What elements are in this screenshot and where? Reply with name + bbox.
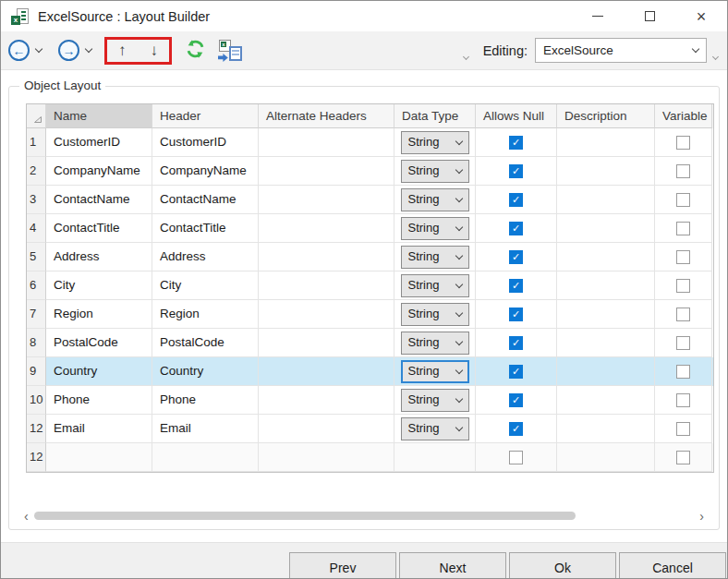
cell-variable[interactable] <box>655 128 712 157</box>
cell-alternate-headers[interactable] <box>259 300 394 329</box>
allows-null-checkbox[interactable]: ✓ <box>509 164 523 178</box>
variable-checkbox[interactable] <box>676 308 690 321</box>
allows-null-checkbox[interactable] <box>509 451 523 464</box>
refresh-button[interactable] <box>185 39 206 63</box>
cell-name[interactable]: CustomerID <box>46 128 152 157</box>
cell-variable[interactable] <box>655 214 712 243</box>
variable-checkbox[interactable] <box>676 250 690 264</box>
ok-button[interactable]: Ok <box>509 552 616 579</box>
row-number[interactable]: 1 <box>27 128 46 157</box>
cell-allows-null[interactable]: ✓ <box>476 157 557 186</box>
move-up-button[interactable]: ↑ <box>118 42 127 59</box>
cell-header[interactable]: Region <box>152 300 259 329</box>
cell-alternate-headers[interactable] <box>259 214 394 243</box>
back-button[interactable]: ← <box>8 40 30 61</box>
allows-null-checkbox[interactable]: ✓ <box>509 279 523 293</box>
cell-name[interactable]: ContactName <box>46 186 152 214</box>
variable-checkbox[interactable] <box>676 222 690 235</box>
cell-description[interactable] <box>557 214 655 243</box>
toolbar-overflow-chevron-icon[interactable] <box>712 54 719 60</box>
cell-allows-null[interactable]: ✓ <box>476 243 557 271</box>
cell-name[interactable]: ContactTitle <box>46 214 152 243</box>
cell-variable[interactable] <box>655 357 712 386</box>
cell-description[interactable] <box>557 329 655 357</box>
allows-null-checkbox[interactable]: ✓ <box>509 222 523 235</box>
row-number[interactable]: 6 <box>27 271 46 300</box>
cell-name[interactable]: CompanyName <box>46 157 152 186</box>
editing-combobox[interactable]: ExcelSource <box>535 38 707 63</box>
cell-allows-null[interactable]: ✓ <box>476 415 557 443</box>
move-down-button[interactable]: ↓ <box>151 42 159 59</box>
allows-null-checkbox[interactable]: ✓ <box>509 193 523 207</box>
table-row[interactable]: 4ContactTitleContactTitleString✓ <box>27 214 713 243</box>
data-type-dropdown[interactable]: String <box>401 389 469 412</box>
allows-null-checkbox[interactable]: ✓ <box>509 250 523 264</box>
next-button[interactable]: Next <box>399 552 506 579</box>
cell-name[interactable]: City <box>46 271 152 300</box>
cell-allows-null[interactable]: ✓ <box>476 329 557 357</box>
cell-description[interactable] <box>557 271 655 300</box>
row-number[interactable]: 12 <box>27 415 46 443</box>
table-row[interactable]: 5AddressAddressString✓ <box>27 243 713 271</box>
cell-name[interactable]: PostalCode <box>46 329 152 357</box>
cell-variable[interactable] <box>655 271 712 300</box>
forward-dropdown-chevron-icon[interactable] <box>85 45 92 53</box>
data-type-dropdown[interactable]: String <box>401 274 469 297</box>
cell-header[interactable]: CustomerID <box>152 128 259 157</box>
cell-name[interactable]: Address <box>46 243 152 271</box>
cell-data-type[interactable]: String <box>394 271 476 300</box>
variable-checkbox[interactable] <box>676 365 690 379</box>
cell-allows-null[interactable]: ✓ <box>476 386 557 415</box>
cell-header[interactable]: City <box>152 271 259 300</box>
select-all-corner-cell[interactable] <box>27 104 46 128</box>
cell-alternate-headers[interactable] <box>259 443 394 472</box>
cell-data-type[interactable]: String <box>394 128 476 157</box>
cell-allows-null[interactable]: ✓ <box>476 357 557 386</box>
cell-alternate-headers[interactable] <box>259 186 394 214</box>
table-row[interactable]: 12EmailEmailString✓ <box>27 415 713 443</box>
cell-data-type[interactable]: String <box>394 157 476 186</box>
cell-data-type[interactable] <box>394 443 476 472</box>
maximize-button[interactable] <box>624 1 675 31</box>
allows-null-checkbox[interactable]: ✓ <box>509 336 523 350</box>
cell-alternate-headers[interactable] <box>259 329 394 357</box>
data-type-dropdown[interactable]: String <box>401 417 469 440</box>
cell-name[interactable]: Email <box>46 415 152 443</box>
cell-alternate-headers[interactable] <box>259 128 394 157</box>
data-type-dropdown[interactable]: String <box>401 360 469 383</box>
cell-name[interactable]: Phone <box>46 386 152 415</box>
cell-description[interactable] <box>557 443 655 472</box>
variable-checkbox[interactable] <box>676 336 690 350</box>
allows-null-checkbox[interactable]: ✓ <box>509 393 523 407</box>
data-type-dropdown[interactable]: String <box>401 188 469 211</box>
table-row[interactable]: 1CustomerIDCustomerIDString✓ <box>27 128 713 157</box>
cell-data-type[interactable]: String <box>394 329 476 357</box>
cell-data-type[interactable]: String <box>394 186 476 214</box>
cell-header[interactable]: Email <box>152 415 259 443</box>
allows-null-checkbox[interactable]: ✓ <box>509 365 523 379</box>
data-type-dropdown[interactable]: String <box>401 131 469 154</box>
cell-data-type[interactable]: String <box>394 386 476 415</box>
cell-description[interactable] <box>557 386 655 415</box>
cell-allows-null[interactable]: ✓ <box>476 300 557 329</box>
cell-alternate-headers[interactable] <box>259 243 394 271</box>
data-type-dropdown[interactable]: String <box>401 303 469 326</box>
variable-checkbox[interactable] <box>676 193 690 207</box>
variable-checkbox[interactable] <box>676 451 690 464</box>
cell-header[interactable]: Address <box>152 243 259 271</box>
cell-description[interactable] <box>557 128 655 157</box>
variable-checkbox[interactable] <box>676 164 690 178</box>
variable-checkbox[interactable] <box>676 279 690 293</box>
cell-variable[interactable] <box>655 243 712 271</box>
cell-name[interactable] <box>46 443 152 472</box>
cell-allows-null[interactable]: ✓ <box>476 214 557 243</box>
cell-header[interactable]: ContactName <box>152 186 259 214</box>
cell-variable[interactable] <box>655 415 712 443</box>
cell-description[interactable] <box>557 186 655 214</box>
allows-null-checkbox[interactable]: ✓ <box>509 422 523 436</box>
table-row[interactable]: 12 <box>27 443 713 472</box>
cell-alternate-headers[interactable] <box>259 386 394 415</box>
allows-null-checkbox[interactable]: ✓ <box>509 136 523 150</box>
allows-null-checkbox[interactable]: ✓ <box>509 308 523 321</box>
row-number[interactable]: 8 <box>27 329 46 357</box>
